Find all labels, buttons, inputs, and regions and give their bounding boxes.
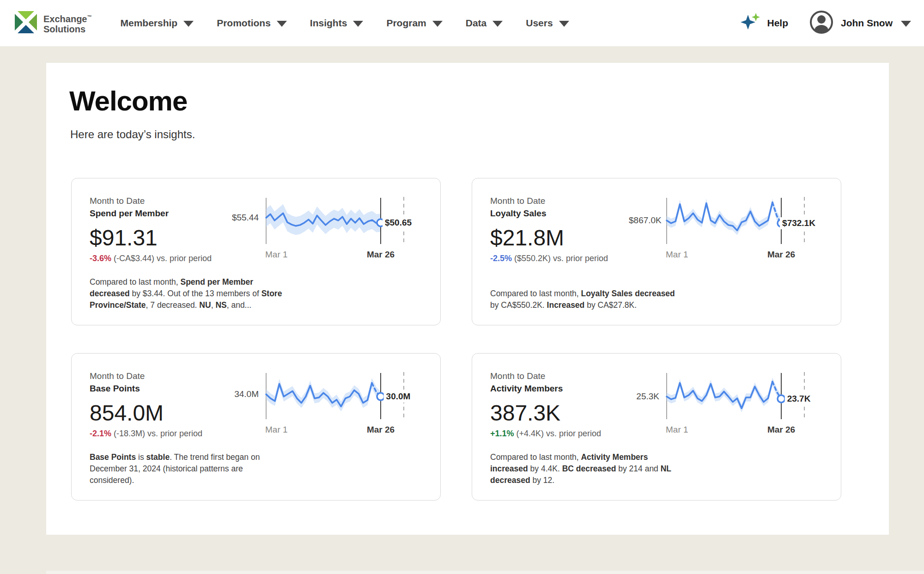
chart-axis-label: Mar 26 (767, 250, 795, 260)
insight-card-base-points[interactable]: Month to Date Base Points 854.0M -2.1% (… (71, 353, 441, 501)
period-label: Month to Date (90, 370, 228, 382)
help-label: Help (767, 18, 788, 29)
menu-item-membership[interactable]: Membership (120, 18, 194, 29)
delta-line: +1.1% (+4.4K) vs. prior period (490, 429, 629, 439)
menu-item-data[interactable]: Data (466, 18, 503, 29)
insight-summary: Compared to last month, Spend per Member… (90, 276, 284, 311)
sparkline-chart: $55.44$50.65Mar 1Mar 26 (228, 196, 422, 265)
chevron-down-icon (492, 21, 503, 27)
chart-axis-label: Mar 26 (367, 425, 395, 435)
chart-start-value-label: 25.3K (629, 391, 659, 402)
chart-axis-label: Mar 26 (767, 425, 795, 435)
menu-item-program[interactable]: Program (386, 18, 442, 29)
sparkle-icon (739, 11, 761, 35)
chart-axis-label: Mar 1 (265, 425, 288, 435)
top-nav: Exchange™ Solutions Membership Promotion… (0, 0, 924, 46)
metric-value: 387.3K (490, 401, 629, 426)
avatar-icon (808, 9, 834, 37)
help-button[interactable]: Help (739, 11, 788, 35)
chart-end-value-label: 23.7K (785, 393, 813, 405)
delta-line: -2.1% (-18.3M) vs. prior period (90, 429, 228, 439)
metric-value: $91.31 (90, 226, 228, 250)
chart-start-value-label: $867.0K (629, 215, 659, 226)
nav-right: Help John Snow (739, 9, 911, 37)
metric-label: Spend per Member (90, 207, 228, 220)
chart-axis-label: Mar 26 (367, 250, 395, 260)
insight-summary: Compared to last month, Loyalty Sales de… (490, 288, 684, 311)
metric-value: 854.0M (90, 401, 228, 426)
chevron-down-icon (901, 21, 911, 27)
chart-end-value-label: 30.0M (384, 391, 413, 403)
delta-line: -3.6% (-CA$3.44) vs. prior period (90, 254, 228, 263)
period-label: Month to Date (490, 370, 629, 382)
chevron-down-icon (559, 21, 569, 27)
sparkline-chart: 25.3K23.7KMar 1Mar 26 (629, 371, 822, 440)
bottom-edge-strip (46, 571, 924, 574)
chevron-down-icon (432, 21, 443, 27)
delta-line: -2.5% ($550.2K) vs. prior period (490, 254, 629, 263)
metric-label: Loyalty Sales (490, 207, 629, 220)
chart-start-value-label: 34.0M (228, 389, 259, 399)
period-label: Month to Date (90, 195, 228, 207)
menu-item-insights[interactable]: Insights (310, 18, 364, 29)
chart-axis-label: Mar 1 (666, 425, 688, 435)
chart-axis-label: Mar 1 (265, 250, 288, 260)
chevron-down-icon (277, 21, 287, 27)
user-name: John Snow (841, 18, 893, 29)
insight-summary: Compared to last month, Activity Members… (490, 452, 684, 486)
menu-item-users[interactable]: Users (526, 18, 569, 29)
insight-card-loyalty-sales[interactable]: Month to Date Loyalty Sales $21.8M -2.5%… (472, 178, 841, 325)
metric-label: Activity Members (490, 382, 629, 395)
menu-item-promotions[interactable]: Promotions (217, 18, 287, 29)
main-panel: Welcome Here are today’s insights. Month… (46, 63, 889, 535)
chart-axis-label: Mar 1 (666, 250, 688, 260)
sparkline-chart: $867.0K$732.1KMar 1Mar 26 (629, 196, 822, 265)
insight-card-spend-per-member[interactable]: Month to Date Spend per Member $91.31 -3… (71, 178, 441, 325)
exchange-solutions-logo-icon (14, 10, 38, 36)
page-title: Welcome (69, 85, 889, 117)
insight-card-activity-members[interactable]: Month to Date Activity Members 387.3K +1… (472, 353, 841, 501)
user-menu[interactable]: John Snow (808, 9, 911, 37)
page-subtitle: Here are today’s insights. (70, 128, 889, 141)
insight-summary: Base Points is stable. The trend first b… (90, 452, 284, 486)
insight-cards-grid: Month to Date Spend per Member $91.31 -3… (71, 178, 889, 501)
chart-start-value-label: $55.44 (228, 213, 259, 223)
chart-end-value-label: $732.1K (780, 217, 818, 229)
logo[interactable]: Exchange™ Solutions (14, 10, 91, 36)
chart-end-value-label: $50.65 (383, 217, 414, 229)
metric-value: $21.8M (490, 226, 629, 250)
metric-label: Base Points (90, 382, 228, 395)
chevron-down-icon (353, 21, 363, 27)
logo-text: Exchange™ Solutions (43, 12, 91, 34)
period-label: Month to Date (490, 195, 629, 207)
main-menu: Membership Promotions Insights Program D… (120, 18, 569, 29)
chevron-down-icon (183, 21, 194, 27)
sparkline-chart: 34.0M30.0MMar 1Mar 26 (228, 371, 422, 440)
